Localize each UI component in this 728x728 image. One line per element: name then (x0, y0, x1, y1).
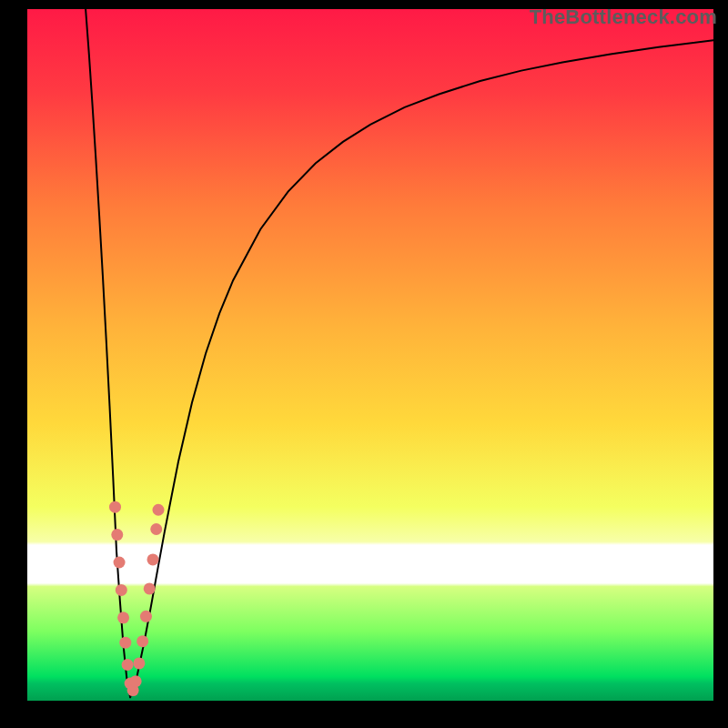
marker-dot (130, 675, 142, 687)
chart-svg (27, 9, 713, 701)
marker-dot (140, 611, 152, 622)
marker-dot (147, 553, 158, 565)
watermark: TheBottleneck.com (530, 5, 717, 29)
marker-dot (153, 504, 165, 516)
marker-dot (119, 637, 131, 649)
gradient-bg (27, 9, 713, 701)
marker-dot (136, 635, 148, 647)
marker-dot (116, 584, 127, 596)
marker-dot (122, 659, 134, 671)
marker-dot (109, 501, 121, 513)
marker-dot (111, 529, 123, 541)
marker-dot (133, 657, 145, 669)
marker-dot (150, 523, 162, 535)
plot-area (27, 9, 713, 701)
marker-dot (114, 557, 126, 569)
marker-dot (144, 582, 156, 594)
marker-dot (117, 612, 129, 623)
frame: TheBottleneck.com (0, 0, 728, 728)
